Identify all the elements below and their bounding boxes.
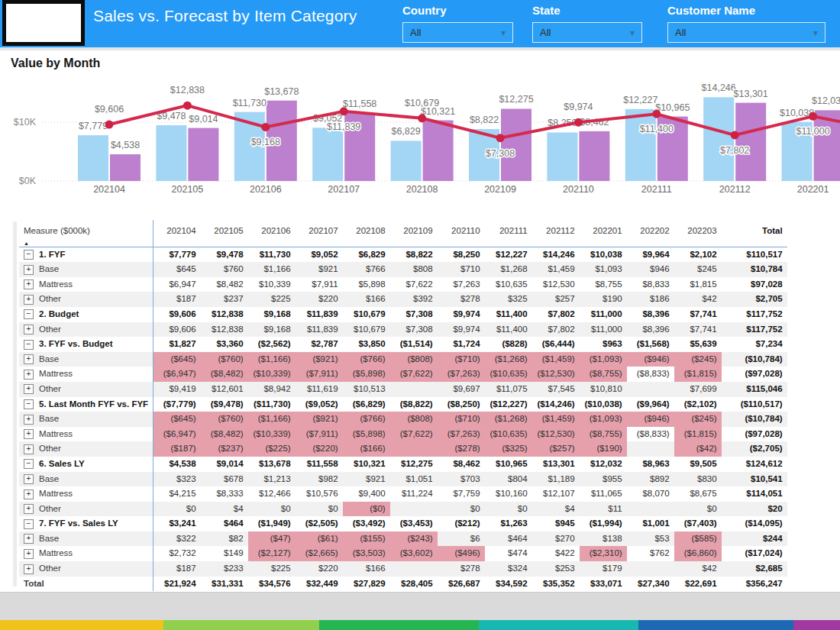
bar-sales-ly[interactable] xyxy=(110,154,141,181)
cell-value: ($2,665) xyxy=(296,546,343,561)
filter-state-dropdown[interactable]: All ▾ xyxy=(532,22,642,43)
expand-icon[interactable]: + xyxy=(24,370,34,380)
expand-icon[interactable]: + xyxy=(24,429,34,439)
cell-value: $12,032 xyxy=(580,457,627,472)
column-header-202110[interactable]: 202110 xyxy=(438,220,485,247)
expand-icon[interactable]: + xyxy=(24,504,34,514)
chart-data-label: 202108 xyxy=(406,184,438,195)
expand-icon[interactable]: + xyxy=(24,354,34,364)
column-header-202201[interactable]: 202201 xyxy=(580,220,627,247)
column-header-202111[interactable]: 202111 xyxy=(485,220,532,247)
cell-value: ($6,947) xyxy=(153,367,201,382)
expand-icon[interactable]: + xyxy=(24,489,34,499)
budget-line-marker[interactable] xyxy=(340,107,348,115)
column-header-202202[interactable]: 202202 xyxy=(627,220,674,247)
bar-fyf[interactable] xyxy=(547,132,577,181)
budget-line-marker[interactable] xyxy=(652,110,661,118)
cell-value: $245 xyxy=(674,262,722,277)
stripe-segment xyxy=(479,620,638,630)
row-label: Other xyxy=(39,384,61,393)
bar-fyf[interactable] xyxy=(78,135,108,181)
cell-value: $10,810 xyxy=(580,382,627,397)
column-header-202109[interactable]: 202109 xyxy=(390,220,438,247)
expand-icon[interactable]: + xyxy=(24,384,34,394)
cell-value: $10,160 xyxy=(485,486,532,502)
cell-value: $28,405 xyxy=(390,577,438,592)
cell-value: $3,850 xyxy=(343,337,390,352)
bar-fyf[interactable] xyxy=(156,125,186,181)
bar-fyf[interactable] xyxy=(312,128,343,181)
collapse-icon[interactable]: − xyxy=(24,250,34,260)
cell-value: $9,697 xyxy=(438,382,485,397)
expand-icon[interactable]: + xyxy=(24,325,34,334)
bar-sales-ly[interactable] xyxy=(579,131,609,181)
column-header-202112[interactable]: 202112 xyxy=(532,220,580,247)
cell-value: ($166) xyxy=(343,441,390,457)
cell-value: ($47) xyxy=(248,531,296,547)
cell-value: $12,838 xyxy=(201,307,248,322)
budget-line-marker[interactable] xyxy=(496,134,505,142)
expand-icon[interactable]: + xyxy=(24,295,34,305)
table-scrollbar[interactable] xyxy=(13,221,17,586)
cell-value: ($2,310) xyxy=(580,546,627,561)
budget-line-marker[interactable] xyxy=(731,131,739,139)
collapse-icon[interactable]: − xyxy=(24,519,34,529)
expand-icon[interactable]: + xyxy=(24,564,34,574)
column-header-202203[interactable]: 202203 xyxy=(674,220,722,247)
budget-line-marker[interactable] xyxy=(809,112,817,121)
column-header-202104[interactable]: 202104 xyxy=(153,220,201,247)
column-header-total[interactable]: Total xyxy=(722,220,787,247)
cell-value: ($10,339) xyxy=(248,427,296,442)
expand-icon[interactable]: + xyxy=(24,549,34,559)
column-header-202105[interactable]: 202105 xyxy=(201,220,248,247)
expand-icon[interactable]: + xyxy=(24,279,34,289)
bar-fyf[interactable] xyxy=(703,97,734,181)
bar-sales-ly[interactable] xyxy=(423,121,454,181)
cell-value: ($1,268) xyxy=(485,412,532,427)
chart-data-label: 202104 xyxy=(93,184,125,195)
expand-icon[interactable]: + xyxy=(24,534,34,544)
collapse-icon[interactable]: − xyxy=(24,459,34,469)
expand-icon[interactable]: + xyxy=(24,444,34,454)
cell-value: $10,965 xyxy=(485,457,532,472)
collapse-icon[interactable]: − xyxy=(24,340,34,350)
budget-line-marker[interactable] xyxy=(261,123,270,131)
cell-value: $11,000 xyxy=(580,322,627,338)
budget-line-marker[interactable] xyxy=(183,102,192,110)
cell-value: ($7,622) xyxy=(390,367,438,382)
chart-data-label: $7,779 xyxy=(79,121,108,131)
filter-country-dropdown[interactable]: All ▾ xyxy=(402,22,513,43)
cell-value: $190 xyxy=(580,292,627,307)
bar-fyf[interactable] xyxy=(625,109,656,181)
column-header-measure[interactable]: Measure ($000k)▲ xyxy=(19,220,153,247)
bar-fyf[interactable] xyxy=(391,141,422,181)
cell-value: $7,741 xyxy=(674,322,722,338)
expand-icon[interactable]: + xyxy=(24,265,34,275)
budget-line-marker[interactable] xyxy=(574,118,583,127)
column-header-202107[interactable]: 202107 xyxy=(296,220,343,247)
bar-sales-ly[interactable] xyxy=(735,103,766,181)
filter-customer-name-dropdown[interactable]: All ▾ xyxy=(667,22,825,43)
cell-value: ($278) xyxy=(438,441,485,457)
cell-value: $12,838 xyxy=(201,322,248,338)
cell-value: $32,449 xyxy=(296,577,343,592)
bar-sales-ly[interactable] xyxy=(188,128,218,181)
bar-sales-ly[interactable] xyxy=(501,108,531,181)
cell-value: ($6,947) xyxy=(153,427,201,442)
budget-line-marker[interactable] xyxy=(418,114,426,122)
cell-value: $33,071 xyxy=(580,577,627,592)
collapse-icon[interactable]: − xyxy=(24,399,34,409)
column-header-202108[interactable]: 202108 xyxy=(343,220,390,247)
cell-value: $42 xyxy=(674,561,722,577)
collapse-icon[interactable]: − xyxy=(24,309,34,319)
filter-country: Country All ▾ xyxy=(402,4,513,43)
cell-value: ($585) xyxy=(674,531,722,547)
budget-line-marker[interactable] xyxy=(105,121,114,129)
column-header-202106[interactable]: 202106 xyxy=(248,220,296,247)
filter-state-label: State xyxy=(532,4,642,17)
cell-value: ($7,263) xyxy=(438,427,485,442)
cell-value: $11,730 xyxy=(248,247,296,262)
cell-value: $114,051 xyxy=(722,486,787,502)
expand-icon[interactable]: + xyxy=(24,474,34,484)
expand-icon[interactable]: + xyxy=(24,415,34,425)
